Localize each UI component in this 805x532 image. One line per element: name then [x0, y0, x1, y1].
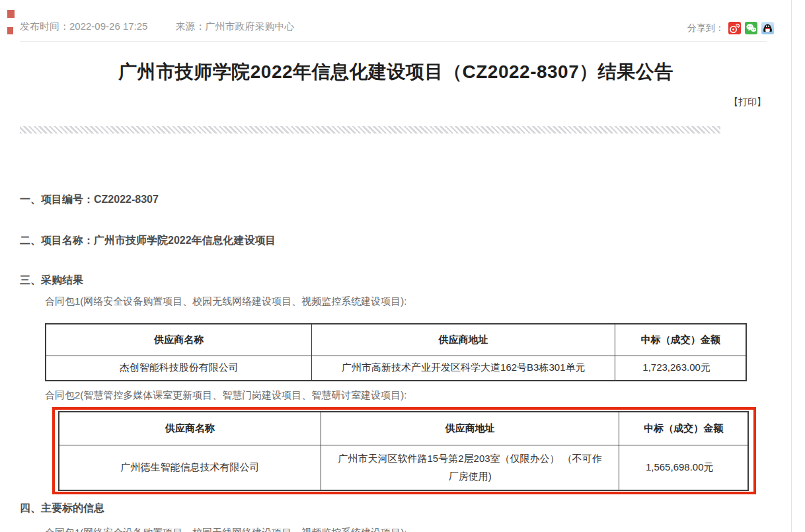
supplier-address-cell: 广州市天河区软件路15号第2层203室（仅限办公） （不可作厂房使用)	[321, 445, 619, 490]
col-award-amount: 中标（成交）金额	[619, 412, 748, 445]
annotation-mark	[7, 27, 13, 34]
package2-label: 合同包2(智慧管控多媒体课室更新项目、智慧门岗建设项目、智慧研讨室建设项目):	[45, 389, 407, 402]
annotation-mark	[7, 10, 15, 18]
col-supplier-address: 供应商地址	[312, 324, 615, 356]
source-value: 广州市政府采购中心	[205, 20, 294, 32]
announcement-page: 发布时间：2022-09-26 17:25来源：广州市政府采购中心 分享到： 广…	[0, 0, 805, 532]
weibo-share-icon[interactable]	[728, 22, 741, 34]
print-button[interactable]: 【打印】	[729, 96, 766, 108]
table-header-row: 供应商名称 供应商地址 中标（成交）金额	[46, 324, 746, 356]
hatched-divider	[20, 126, 720, 133]
table-header-row: 供应商名称 供应商地址 中标（成交）金额	[59, 412, 748, 445]
section-procurement-result: 三、采购结果	[20, 274, 83, 287]
page-title: 广州市技师学院2022年信息化建设项目（CZ2022-8307）结果公告	[0, 59, 792, 85]
wechat-share-icon[interactable]	[745, 22, 757, 34]
clipped-bottom-text: 合同包1(网络安全设备购置项目、校园无线网络建设项目、视频监控系统建设项目):	[45, 527, 407, 532]
package1-result-table: 供应商名称 供应商地址 中标（成交）金额 杰创智能科技股份有限公司 广州市高新技…	[45, 323, 747, 381]
supplier-name-cell: 广州德生智能信息技术有限公司	[59, 445, 321, 490]
award-amount-cell: 1,565,698.00元	[619, 445, 748, 490]
award-amount-cell: 1,723,263.00元	[615, 356, 746, 381]
col-supplier-name: 供应商名称	[46, 324, 312, 356]
share-bar: 分享到：	[687, 22, 774, 34]
col-award-amount: 中标（成交）金额	[615, 324, 746, 356]
divider	[20, 41, 767, 42]
share-label: 分享到：	[687, 22, 724, 34]
source-label: 来源：	[175, 20, 205, 32]
col-supplier-address: 供应商地址	[321, 412, 619, 445]
section-project-number: 一、项目编号：CZ2022-8307	[20, 193, 159, 207]
supplier-name-cell: 杰创智能科技股份有限公司	[46, 356, 312, 381]
table-row: 广州德生智能信息技术有限公司 广州市天河区软件路15号第2层203室（仅限办公）…	[59, 445, 748, 490]
col-supplier-name: 供应商名称	[59, 412, 321, 445]
qq-share-icon[interactable]	[761, 22, 774, 34]
publish-time-label: 发布时间：	[20, 20, 69, 32]
package2-result-table: 供应商名称 供应商地址 中标（成交）金额 广州德生智能信息技术有限公司 广州市天…	[58, 411, 749, 491]
publish-time-value: 2022-09-26 17:25	[69, 20, 147, 32]
section-project-name: 二、项目名称：广州市技师学院2022年信息化建设项目	[20, 234, 276, 248]
page-edge-divider	[791, 0, 792, 532]
section-main-subject-info: 四、主要标的信息	[20, 502, 104, 515]
meta-bar: 发布时间：2022-09-26 17:25来源：广州市政府采购中心	[20, 20, 294, 33]
supplier-address-cell: 广州市高新技术产业开发区科学大道162号B3栋301单元	[312, 356, 615, 381]
package1-label: 合同包1(网络安全设备购置项目、校园无线网络建设项目、视频监控系统建设项目):	[45, 295, 407, 308]
table-row: 杰创智能科技股份有限公司 广州市高新技术产业开发区科学大道162号B3栋301单…	[46, 356, 746, 381]
